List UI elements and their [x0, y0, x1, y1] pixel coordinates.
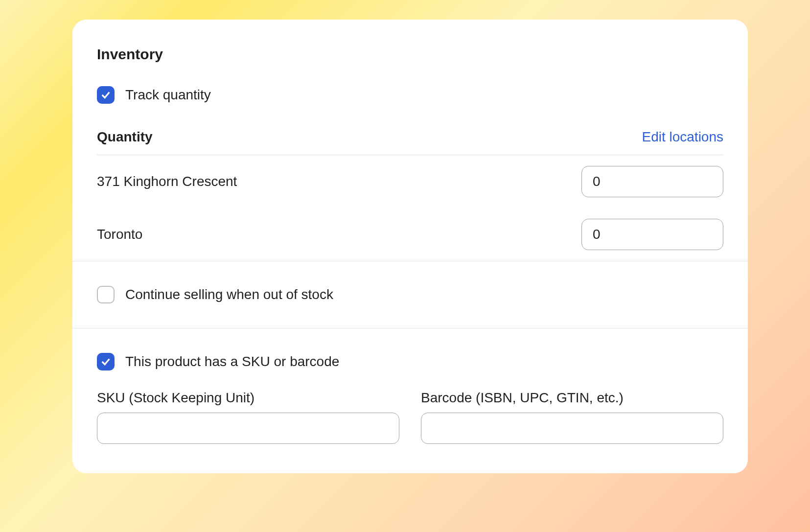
- sku-field: SKU (Stock Keeping Unit): [97, 390, 399, 444]
- has-sku-checkbox[interactable]: [97, 353, 115, 370]
- check-icon: [100, 90, 111, 100]
- location-name: Toronto: [97, 227, 142, 242]
- has-sku-row: This product has a SKU or barcode: [97, 353, 723, 370]
- track-quantity-checkbox[interactable]: [97, 86, 115, 104]
- location-name: 371 Kinghorn Crescent: [97, 174, 237, 189]
- sku-input[interactable]: [97, 413, 399, 444]
- check-icon: [100, 356, 111, 367]
- sku-label: SKU (Stock Keeping Unit): [97, 390, 399, 406]
- location-row: Toronto: [97, 208, 723, 261]
- barcode-field: Barcode (ISBN, UPC, GTIN, etc.): [421, 390, 723, 444]
- track-quantity-label: Track quantity: [125, 87, 211, 103]
- continue-selling-label: Continue selling when out of stock: [125, 287, 333, 302]
- section-title: Inventory: [97, 46, 723, 63]
- card-body: Inventory Track quantity Quantity Edit l…: [72, 20, 748, 473]
- barcode-input[interactable]: [421, 413, 723, 444]
- track-quantity-row: Track quantity: [97, 86, 723, 104]
- quantity-title: Quantity: [97, 129, 153, 145]
- location-quantity-input[interactable]: [581, 219, 723, 250]
- barcode-label: Barcode (ISBN, UPC, GTIN, etc.): [421, 390, 723, 406]
- sku-section: This product has a SKU or barcode SKU (S…: [72, 328, 748, 454]
- location-quantity-input[interactable]: [581, 166, 723, 197]
- continue-selling-section: Continue selling when out of stock: [72, 261, 748, 328]
- inventory-card: Inventory Track quantity Quantity Edit l…: [72, 20, 748, 473]
- continue-selling-row: Continue selling when out of stock: [97, 286, 723, 303]
- continue-selling-checkbox[interactable]: [97, 286, 115, 303]
- sku-barcode-grid: SKU (Stock Keeping Unit) Barcode (ISBN, …: [97, 390, 723, 444]
- quantity-header: Quantity Edit locations: [97, 129, 723, 155]
- location-row: 371 Kinghorn Crescent: [97, 155, 723, 208]
- has-sku-label: This product has a SKU or barcode: [125, 354, 339, 370]
- edit-locations-link[interactable]: Edit locations: [642, 129, 723, 145]
